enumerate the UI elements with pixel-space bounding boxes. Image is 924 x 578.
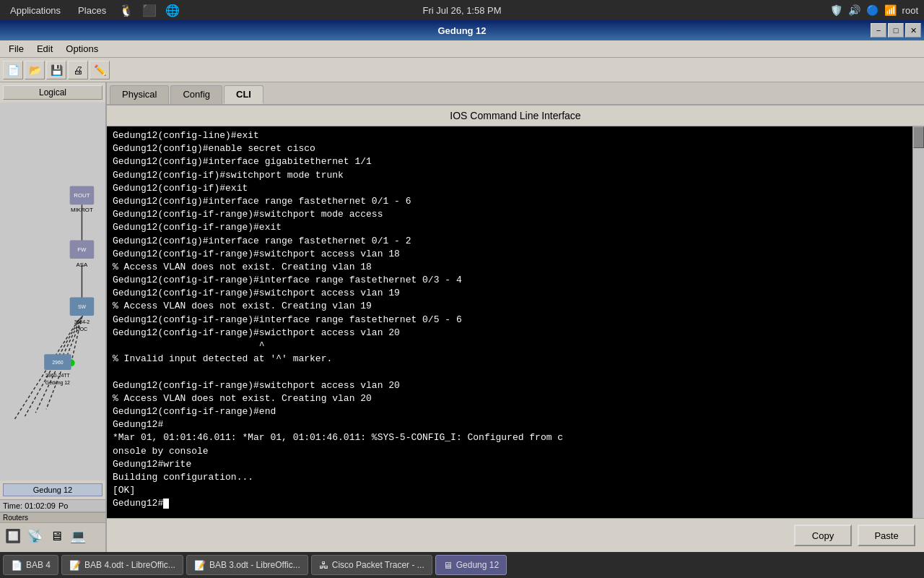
linux-icon: 🐧 [119, 4, 134, 17]
cli-output-wrapper: Gedung12(config-line)#exit Gedung12(conf… [107, 126, 924, 518]
window-controls: − □ ✕ [871, 23, 921, 38]
tab-physical[interactable]: Physical [110, 85, 169, 104]
cli-container: IOS Command Line Interface Gedung12(conf… [107, 105, 924, 552]
security-icon: 🛡️ [830, 4, 842, 16]
asa-icon-text: FW [77, 246, 87, 253]
system-bar-datetime: Fri Jul 26, 1:58 PM [422, 5, 501, 16]
gedung12-icon: 🖥 [443, 560, 453, 571]
taskbar-libreoffice1-label: BAB 4.odt - LibreOffic... [84, 560, 175, 570]
cli-scrollbar[interactable] [912, 126, 924, 518]
open-button[interactable]: 📂 [25, 61, 45, 79]
save-button[interactable]: 💾 [46, 61, 66, 79]
system-bar-right: 🛡️ 🔊 🔵 📶 root [830, 4, 918, 16]
pt-menubar: File Edit Options [0, 40, 924, 58]
sw2960-icon-text: 2960 [52, 360, 63, 365]
terminal-icon: ⬛ [142, 4, 157, 17]
edit-toolbar-button[interactable]: ✏️ [90, 61, 110, 79]
copy-button[interactable]: Copy [794, 525, 852, 546]
close-button[interactable]: ✕ [905, 23, 921, 38]
cli-cursor [163, 499, 169, 509]
pt-window-title: Gedung 12 [437, 25, 486, 36]
cli-buttons: Copy Paste [107, 518, 924, 552]
tab-cli[interactable]: CLI [224, 85, 263, 104]
bab4-icon: 📄 [11, 560, 22, 571]
asa-label: ASA [77, 262, 89, 268]
logical-view-button[interactable]: Logical [3, 85, 103, 100]
libreoffice1-icon: 📝 [69, 560, 81, 571]
switch3664-label: 3664-2 [74, 319, 90, 324]
taskbar-cisco-label: Cisco Packet Tracer - ... [332, 560, 424, 570]
taskbar-libreoffice2-label: BAB 3.odt - LibreOffic... [209, 560, 300, 570]
taskbar: 📄 BAB 4 📝 BAB 4.odt - LibreOffic... 📝 BA… [0, 552, 924, 578]
taskbar-item-libreoffice-2[interactable]: 📝 BAB 3.odt - LibreOffic... [186, 555, 308, 575]
print-button[interactable]: 🖨 [68, 61, 88, 79]
maximize-button[interactable]: □ [888, 23, 904, 38]
palette-icon-1[interactable]: 🔲 [3, 526, 23, 546]
network-diagram: ROUT MIKROT FW ASA SW 3664-2 DOC 2960 29… [0, 103, 105, 480]
volume-icon: 🔊 [848, 4, 860, 16]
mikrot-icon-text: ROUT [74, 192, 90, 199]
cli-title: IOS Command Line Interface [107, 105, 924, 126]
applications-menu[interactable]: Applications [6, 5, 65, 16]
taskbar-bab4-label: BAB 4 [26, 560, 51, 570]
network-icon: 🌐 [165, 4, 180, 17]
line-1 [14, 320, 79, 420]
taskbar-item-libreoffice-1[interactable]: 📝 BAB 4.odt - LibreOffic... [61, 555, 183, 575]
tab-config[interactable]: Config [170, 85, 222, 104]
pt-sidebar: Logical R [0, 82, 107, 552]
minimize-button[interactable]: − [871, 23, 886, 38]
system-bar: Applications Places 🐧 ⬛ 🌐 Fri Jul 26, 1:… [0, 0, 924, 20]
taskbar-item-gedung12[interactable]: 🖥 Gedung 12 [435, 555, 507, 575]
taskbar-item-cisco[interactable]: 🖧 Cisco Packet Tracer - ... [311, 555, 432, 575]
switch3664-icon-text: SW [78, 304, 87, 309]
palette-label: Routers [0, 513, 105, 523]
device-palette: Routers 🔲 📡 🖥 💻 [0, 512, 105, 552]
network-canvas: ROUT MIKROT FW ASA SW 3664-2 DOC 2960 29… [0, 103, 105, 480]
cisco-icon: 🖧 [319, 560, 328, 571]
new-button[interactable]: 📄 [3, 61, 23, 79]
gedung-label-box[interactable]: Gedung 12 [3, 483, 103, 496]
system-bar-left: Applications Places 🐧 ⬛ 🌐 [6, 4, 180, 17]
pt-toolbar: 📄 📂 💾 🖨 ✏️ [0, 58, 924, 82]
pt-body: Logical R [0, 82, 924, 552]
sw2960-label: 2960-24TT [45, 373, 70, 378]
power-label: Po [58, 501, 68, 510]
packet-tracer-window: Gedung 12 − □ ✕ File Edit Options 📄 📂 💾 … [0, 20, 924, 552]
dialog-tabs: Physical Config CLI [107, 82, 924, 105]
taskbar-item-bab4[interactable]: 📄 BAB 4 [3, 555, 58, 575]
time-label: Time: 01:02:09 [3, 501, 56, 510]
signal-icon: 📶 [884, 4, 897, 16]
user-label: root [902, 5, 918, 16]
device-dialog: Physical Config CLI IOS Command Line Int… [107, 82, 924, 552]
edit-menu[interactable]: Edit [31, 42, 58, 56]
pt-titlebar: Gedung 12 − □ ✕ [0, 20, 924, 40]
palette-icon-2[interactable]: 📡 [25, 526, 45, 546]
switch3664-sublabel: DOC [77, 327, 87, 332]
sw2960-sublabel: Gedung 12 [45, 380, 70, 386]
palette-icons: 🔲 📡 🖥 💻 [0, 523, 105, 549]
taskbar-gedung12-label: Gedung 12 [456, 560, 499, 570]
palette-icon-3[interactable]: 🖥 [46, 526, 66, 546]
sidebar-time: Time: 01:02:09 Po [0, 499, 105, 512]
paste-button[interactable]: Paste [858, 525, 915, 546]
palette-icon-4[interactable]: 💻 [68, 526, 88, 546]
libreoffice2-icon: 📝 [194, 560, 206, 571]
file-menu[interactable]: File [3, 42, 30, 56]
options-menu[interactable]: Options [60, 42, 104, 56]
mikrot-label: MIKROT [71, 207, 93, 213]
cli-output[interactable]: Gedung12(config-line)#exit Gedung12(conf… [107, 126, 912, 518]
bluetooth-icon: 🔵 [866, 4, 879, 16]
places-menu[interactable]: Places [74, 5, 110, 16]
